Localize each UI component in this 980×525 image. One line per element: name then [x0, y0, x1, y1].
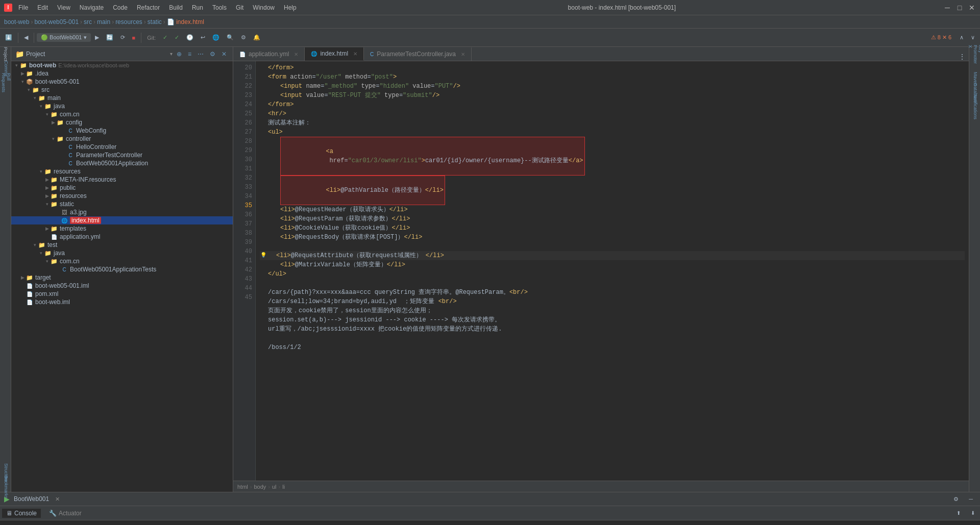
close-button[interactable]: ✕: [968, 4, 976, 12]
code-content[interactable]: </form> <form action="/user" method="pos…: [256, 61, 969, 481]
pull-requests-icon[interactable]: Pull Requests: [1, 78, 11, 88]
restore-button[interactable]: □: [955, 4, 964, 12]
tree-item-target[interactable]: ▶ 📁 target: [11, 273, 233, 282]
menu-navigate[interactable]: Navigate: [76, 3, 108, 12]
run-bar-hide[interactable]: ─: [966, 494, 976, 504]
tree-item-config[interactable]: ▶ 📁 config: [11, 118, 233, 127]
tree-item-paramctrl[interactable]: ▶ C ParameterTestController: [11, 151, 233, 159]
collapse-all-button[interactable]: ≡: [186, 49, 193, 59]
tree-item-test[interactable]: ▾ 📁 test: [11, 241, 233, 249]
menu-tools[interactable]: Tools: [208, 3, 231, 12]
maven-icon[interactable]: Maven: [970, 73, 980, 84]
tree-item-main[interactable]: ▾ 📁 main: [11, 94, 233, 102]
run-button[interactable]: ▶: [92, 33, 102, 42]
tab-indexhtml[interactable]: 🌐 index.html ✕: [305, 47, 364, 61]
git-search[interactable]: 🔍: [224, 33, 237, 42]
breadcrumb-part-7[interactable]: 📄 index.html: [167, 18, 204, 26]
reload-button[interactable]: 🔄: [103, 33, 116, 42]
breadcrumb-part-3[interactable]: src: [84, 18, 92, 26]
tree-item-iml1[interactable]: ▶ 📄 boot-web05-001.iml: [11, 282, 233, 290]
tab-paramctrl[interactable]: C ParameterTestController.java ✕: [364, 47, 472, 61]
git-translate[interactable]: 🌐: [209, 33, 223, 42]
tree-item-resources-sub[interactable]: ▶ 📁 resources: [11, 192, 233, 200]
tree-item-test-java[interactable]: ▾ 📁 java: [11, 249, 233, 257]
git-clock[interactable]: 🕐: [183, 33, 197, 42]
tree-item-pomxml[interactable]: ▶ 📄 pom.xml: [11, 290, 233, 298]
menu-build[interactable]: Build: [165, 3, 187, 12]
path-ul[interactable]: ul: [272, 484, 277, 490]
tree-item-comcn[interactable]: ▾ 📁 com.cn: [11, 110, 233, 118]
close-proj-button[interactable]: ✕: [219, 49, 229, 59]
tab-appyml[interactable]: 📄 application.yml ✕: [233, 47, 305, 61]
tree-item-meta[interactable]: ▶ 📁 META-INF.resources: [11, 176, 233, 184]
close-appyml-button[interactable]: ✕: [294, 52, 298, 57]
notifications-side-icon[interactable]: Notifications: [970, 102, 980, 112]
scroll-up-button[interactable]: ⬆: [953, 509, 964, 517]
run-config-dropdown[interactable]: 🟢 BootWeb001 ▾: [37, 33, 91, 42]
commit-icon[interactable]: Commit: [1, 63, 11, 73]
close-paramctrl-button[interactable]: ✕: [461, 52, 465, 57]
menu-help[interactable]: Help: [280, 3, 301, 12]
tree-item-static[interactable]: ▾ 📁 static: [11, 200, 233, 208]
menu-view[interactable]: View: [53, 3, 75, 12]
path-body[interactable]: body: [254, 484, 266, 490]
tree-item-hello[interactable]: ▶ C HelloController: [11, 143, 233, 151]
reload2-button[interactable]: ⟳: [117, 33, 128, 42]
tree-item-templates[interactable]: ▶ 📁 templates: [11, 224, 233, 233]
project-view-icon[interactable]: Project: [1, 49, 11, 59]
key-promoter-icon[interactable]: Key Promoter X: [970, 49, 980, 59]
path-li[interactable]: li: [282, 484, 285, 490]
git-check2[interactable]: ✓: [172, 33, 182, 42]
tree-item-bootapp[interactable]: ▶ C BootWeb05001Application: [11, 159, 233, 167]
tree-item-indexhtml[interactable]: ▶ 🌐 index.html: [11, 216, 233, 224]
add-project-button[interactable]: ⊕: [175, 49, 184, 59]
vcs-update-button[interactable]: ⬇️: [2, 33, 15, 42]
menu-edit[interactable]: Edit: [33, 3, 52, 12]
dots-button[interactable]: ⋯: [195, 49, 206, 59]
settings-button[interactable]: ⚙: [238, 33, 249, 42]
tree-item-boot-web[interactable]: ▾ 📁 boot-web E:\idea-workspace\boot-web: [11, 61, 233, 69]
collapse-button[interactable]: ∨: [968, 33, 978, 42]
breadcrumb-part-1[interactable]: boot-web: [4, 18, 29, 26]
menu-refactor[interactable]: Refactor: [133, 3, 164, 12]
stop-button[interactable]: ■: [129, 33, 139, 42]
close-indexhtml-button[interactable]: ✕: [353, 51, 357, 57]
tree-item-iml2[interactable]: ▶ 📄 boot-web.iml: [11, 298, 233, 306]
back-button[interactable]: ◀: [21, 33, 31, 42]
notifications-button[interactable]: 🔔: [250, 33, 263, 42]
tree-item-module[interactable]: ▾ 📦 boot-web05-001: [11, 78, 233, 86]
path-html[interactable]: html: [237, 484, 248, 490]
tree-item-public[interactable]: ▶ 📁 public: [11, 184, 233, 192]
minimize-button[interactable]: ─: [943, 4, 951, 12]
tree-item-controller[interactable]: ▾ 📁 controller: [11, 135, 233, 143]
tree-item-resources[interactable]: ▾ 📁 resources: [11, 167, 233, 176]
tabs-overflow-button[interactable]: ⋮: [955, 53, 969, 61]
tree-item-a3jpg[interactable]: ▶ 🖼 a3.jpg: [11, 208, 233, 216]
breadcrumb-part-2[interactable]: boot-web05-001: [34, 18, 79, 26]
tree-item-src[interactable]: ▾ 📁 src: [11, 86, 233, 94]
git-undo[interactable]: ↩: [198, 33, 208, 42]
scroll-down-button[interactable]: ⬇: [968, 509, 978, 517]
console-tab-actuator[interactable]: 🔧 Actuator: [45, 509, 86, 518]
bookmarks-icon[interactable]: Bookmarks: [1, 482, 11, 492]
console-tab-console[interactable]: 🖥 Console: [2, 509, 41, 518]
tree-item-webconfig[interactable]: ▶ C WebConfig: [11, 127, 233, 135]
tree-item-java[interactable]: ▾ 📁 java: [11, 102, 233, 110]
tree-item-apptests[interactable]: ▶ C BootWeb05001ApplicationTests: [11, 265, 233, 273]
menu-file[interactable]: File: [14, 3, 32, 12]
breadcrumb-part-4[interactable]: main: [97, 18, 110, 26]
menu-git[interactable]: Git: [232, 3, 248, 12]
menu-code[interactable]: Code: [109, 3, 132, 12]
run-bar-settings[interactable]: ⚙: [950, 494, 962, 504]
settings-proj-button[interactable]: ⚙: [208, 49, 217, 59]
breadcrumb-part-6[interactable]: static: [148, 18, 162, 26]
menu-window[interactable]: Window: [249, 3, 279, 12]
tree-item-test-comcn[interactable]: ▾ 📁 com.cn: [11, 257, 233, 265]
tree-item-appyml[interactable]: ▶ 📄 application.yml: [11, 233, 233, 241]
breadcrumb-part-5[interactable]: resources: [115, 18, 142, 26]
run-bar-close[interactable]: ✕: [55, 496, 60, 503]
expand-button[interactable]: ∧: [957, 33, 967, 42]
menu-run[interactable]: Run: [188, 3, 207, 12]
tree-item-idea[interactable]: ▶ 📁 .idea: [11, 69, 233, 78]
git-check1[interactable]: ✓: [160, 33, 170, 42]
